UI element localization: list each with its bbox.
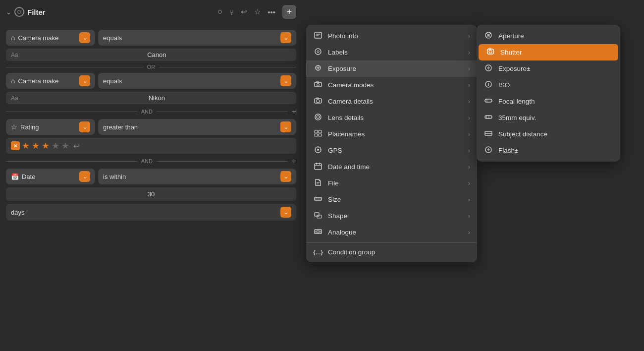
- chevron-right-camera-modes: ›: [468, 82, 470, 89]
- svg-rect-56: [485, 116, 492, 118]
- 35mm-icon: [483, 113, 493, 122]
- camera-modes-icon: [313, 80, 323, 90]
- menu-item-photo-info[interactable]: Photo info ›: [306, 28, 477, 44]
- chevron-right-file: ›: [468, 180, 470, 187]
- menu-item-labels[interactable]: Labels ›: [306, 44, 477, 60]
- svg-rect-38: [315, 230, 322, 234]
- field-dropdown-1[interactable]: ⌄: [79, 32, 90, 43]
- camera-make-field-1[interactable]: ⌂ Camera make ⌄: [6, 30, 95, 46]
- menu-item-lens-details[interactable]: Lens details ›: [306, 110, 477, 126]
- rating-field[interactable]: ☆ Rating ⌄: [6, 119, 95, 135]
- gps-icon: [313, 146, 323, 155]
- focal-length-icon: [483, 97, 493, 106]
- menu-item-placenames[interactable]: Placenames ›: [306, 126, 477, 142]
- add-filter-button[interactable]: +: [282, 5, 296, 19]
- chevron-right-photo-info: ›: [468, 33, 470, 40]
- submenu-item-flash[interactable]: Flash±: [477, 142, 620, 159]
- svg-point-6: [318, 67, 319, 69]
- menu-item-size[interactable]: Size ›: [306, 191, 477, 208]
- star-1[interactable]: ★: [22, 140, 30, 151]
- flash-icon: [483, 146, 493, 155]
- undo-stars-icon[interactable]: ↩: [73, 141, 80, 151]
- menu-item-file[interactable]: File ›: [306, 175, 477, 191]
- days-dropdown[interactable]: ⌄: [280, 207, 291, 218]
- condition-dropdown-2[interactable]: ⌄: [280, 75, 291, 86]
- star-4[interactable]: ★: [52, 140, 59, 151]
- submenu-label-35mm: 35mm equiv.: [498, 114, 613, 121]
- placenames-icon: [313, 129, 323, 139]
- condition-dropdown-1[interactable]: ⌄: [280, 32, 291, 43]
- value-canon[interactable]: Canon: [22, 51, 291, 58]
- chevron-right-lens-details: ›: [468, 115, 470, 121]
- svg-rect-19: [319, 134, 322, 136]
- submenu-item-35mm[interactable]: 35mm equiv.: [477, 110, 620, 126]
- condition-label-4: is within: [103, 173, 126, 180]
- menu-item-gps[interactable]: GPS ›: [306, 142, 477, 159]
- or-divider: OR: [6, 64, 296, 70]
- add-and-button-1[interactable]: +: [292, 107, 296, 116]
- value-nikon[interactable]: Nikon: [22, 94, 291, 102]
- date-label: Date: [22, 173, 35, 180]
- submenu-item-aperture[interactable]: Aperture: [477, 28, 620, 44]
- circle-icon[interactable]: ○: [217, 7, 222, 17]
- submenu-item-shutter[interactable]: Shutter: [479, 44, 618, 60]
- iso-icon: [483, 80, 493, 90]
- filter-row-rating: ☆ Rating ⌄ greater than ⌄: [6, 119, 296, 135]
- clear-stars-button[interactable]: ✕: [11, 141, 20, 150]
- star-2[interactable]: ★: [32, 140, 40, 151]
- collapse-chevron-icon[interactable]: ⌄: [6, 8, 11, 16]
- submenu-item-focal-length[interactable]: Focal length: [477, 93, 620, 110]
- menu-item-camera-details[interactable]: Camera details ›: [306, 93, 477, 110]
- condition-dropdown-4[interactable]: ⌄: [280, 171, 291, 182]
- star-icon[interactable]: ☆: [254, 7, 261, 16]
- condition-equals-2[interactable]: equals ⌄: [98, 73, 296, 89]
- condition-label-1: equals: [103, 34, 122, 42]
- menu-item-shape[interactable]: Shape ›: [306, 208, 477, 224]
- menu-item-date-and-time[interactable]: Date and time ›: [306, 159, 477, 175]
- menu-item-condition-group[interactable]: {…} Condition group: [306, 245, 477, 259]
- condition-dropdown-3[interactable]: ⌄: [280, 121, 291, 132]
- chevron-right-camera-details: ›: [468, 98, 470, 105]
- submenu-item-exposure-pm[interactable]: Exposure±: [477, 60, 620, 77]
- svg-rect-41: [317, 231, 319, 233]
- condition-equals-1[interactable]: equals ⌄: [98, 30, 296, 46]
- and-label-1: AND: [141, 109, 153, 115]
- svg-point-15: [318, 117, 319, 117]
- submenu-item-iso[interactable]: ISO: [477, 77, 620, 93]
- add-and-button-2[interactable]: +: [292, 157, 296, 166]
- share-icon[interactable]: ⑂: [229, 8, 234, 16]
- star-5[interactable]: ★: [61, 140, 69, 151]
- submenu-label-focal-length: Focal length: [498, 98, 613, 105]
- date-field[interactable]: 📅 Date ⌄: [6, 169, 95, 184]
- exposure-pm-icon: [483, 64, 493, 73]
- menu-item-analogue[interactable]: Analogue ›: [306, 224, 477, 240]
- star-3[interactable]: ★: [42, 140, 50, 151]
- condition-is-within[interactable]: is within ⌄: [98, 169, 296, 184]
- svg-rect-26: [315, 164, 322, 170]
- more-icon[interactable]: •••: [268, 8, 275, 16]
- date-value[interactable]: 30: [6, 187, 296, 201]
- svg-point-47: [489, 50, 492, 53]
- days-unit-select[interactable]: days ⌄: [6, 204, 296, 221]
- home-icon-2: ⌂: [11, 77, 15, 85]
- condition-greater-than[interactable]: greater than ⌄: [98, 119, 296, 135]
- rating-dropdown[interactable]: ⌄: [79, 121, 90, 132]
- main-menu: Photo info › Labels › Exposure ›: [306, 25, 477, 262]
- menu-label-labels: Labels: [328, 49, 463, 56]
- text-aa-label-2: Aa: [11, 95, 18, 102]
- menu-label-condition-group: Condition group: [328, 248, 470, 256]
- menu-item-camera-modes[interactable]: Camera modes ›: [306, 77, 477, 93]
- camera-make-field-2[interactable]: ⌂ Camera make ⌄: [6, 73, 95, 89]
- chevron-right-analogue: ›: [468, 229, 470, 236]
- undo-icon[interactable]: ↩: [241, 7, 247, 16]
- condition-group-icon: {…}: [313, 249, 323, 255]
- submenu-item-subject-distance[interactable]: Subject distance: [477, 126, 620, 142]
- field-dropdown-2[interactable]: ⌄: [79, 75, 90, 86]
- date-dropdown[interactable]: ⌄: [79, 171, 90, 182]
- filter-header-left: ⌄ Filter: [6, 7, 214, 17]
- stars-row: ✕ ★ ★ ★ ★ ★ ↩: [6, 138, 296, 154]
- sub-menu: Aperture Shutter Exposure±: [477, 25, 620, 162]
- svg-point-3: [315, 49, 321, 55]
- date-icon: 📅: [11, 173, 19, 180]
- menu-item-exposure[interactable]: Exposure ›: [306, 60, 477, 77]
